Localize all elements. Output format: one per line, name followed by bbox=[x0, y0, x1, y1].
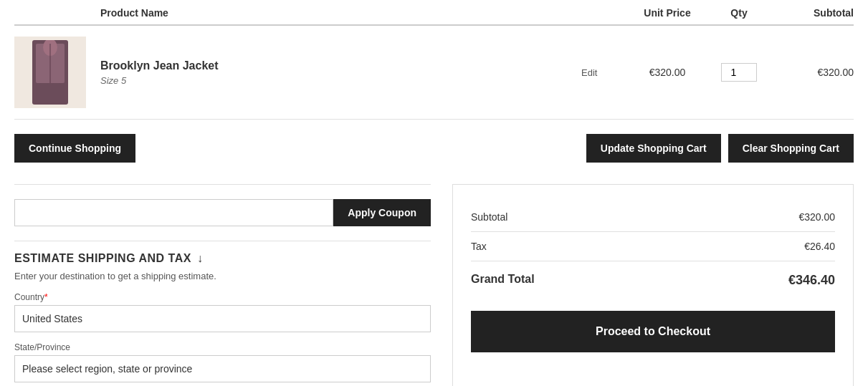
apply-coupon-button[interactable]: Apply Coupon bbox=[333, 199, 431, 226]
subtotal-row: Subtotal €320.00 bbox=[471, 203, 835, 232]
svg-rect-3 bbox=[39, 83, 48, 103]
country-label: Country* bbox=[14, 292, 431, 302]
tax-row: Tax €26.40 bbox=[471, 232, 835, 261]
cart-item-row: Brooklyn Jean Jacket Size 5 Edit €320.00… bbox=[14, 26, 854, 120]
action-buttons-row: Continue Shopping Update Shopping Cart C… bbox=[14, 120, 854, 177]
state-field-group: State/Province Please select region, sta… bbox=[14, 342, 431, 382]
tax-value: €26.40 bbox=[804, 241, 835, 252]
country-select[interactable]: United States Canada United Kingdom bbox=[14, 305, 431, 332]
clear-cart-button[interactable]: Clear Shopping Cart bbox=[728, 134, 854, 163]
header-qty: Qty bbox=[710, 7, 768, 19]
state-select[interactable]: Please select region, state or province bbox=[14, 355, 431, 382]
grand-total-value: €346.40 bbox=[788, 273, 835, 288]
required-indicator: * bbox=[44, 292, 48, 302]
product-image bbox=[14, 37, 86, 108]
down-arrow-icon: ↓ bbox=[197, 252, 204, 265]
product-qty[interactable] bbox=[710, 63, 768, 82]
grand-total-row: Grand Total €346.40 bbox=[471, 261, 835, 296]
subtotal-value: €320.00 bbox=[798, 211, 835, 223]
left-panel: Apply Coupon ESTIMATE SHIPPING AND TAX ↓… bbox=[14, 184, 431, 386]
cart-table-header: Product Name Unit Price Qty Subtotal bbox=[14, 7, 854, 26]
header-subtotal: Subtotal bbox=[768, 7, 854, 19]
product-unit-price: €320.00 bbox=[624, 67, 710, 78]
product-subtotal: €320.00 bbox=[768, 67, 854, 78]
estimate-shipping-section: ESTIMATE SHIPPING AND TAX ↓ Enter your d… bbox=[14, 241, 431, 386]
grand-total-label: Grand Total bbox=[471, 273, 535, 288]
estimate-description: Enter your destination to get a shipping… bbox=[14, 271, 431, 281]
header-unit-price: Unit Price bbox=[624, 7, 710, 19]
cart-action-buttons: Update Shopping Cart Clear Shopping Cart bbox=[586, 134, 854, 163]
order-summary-panel: Subtotal €320.00 Tax €26.40 Grand Total … bbox=[452, 184, 854, 386]
update-cart-button[interactable]: Update Shopping Cart bbox=[586, 134, 721, 163]
subtotal-label: Subtotal bbox=[471, 211, 507, 223]
state-label: State/Province bbox=[14, 342, 431, 352]
coupon-input[interactable] bbox=[14, 199, 333, 226]
tax-label: Tax bbox=[471, 241, 487, 252]
product-info: Brooklyn Jean Jacket Size 5 bbox=[100, 59, 581, 86]
product-edit-link[interactable]: Edit bbox=[581, 67, 624, 78]
qty-input[interactable] bbox=[721, 63, 757, 82]
header-product: Product Name bbox=[14, 7, 624, 19]
main-content: Apply Coupon ESTIMATE SHIPPING AND TAX ↓… bbox=[14, 177, 854, 386]
country-field-group: Country* United States Canada United Kin… bbox=[14, 292, 431, 332]
product-name: Brooklyn Jean Jacket bbox=[100, 59, 581, 72]
svg-rect-4 bbox=[52, 83, 61, 103]
estimate-title: ESTIMATE SHIPPING AND TAX ↓ bbox=[14, 252, 431, 265]
product-size: Size 5 bbox=[100, 75, 581, 86]
proceed-to-checkout-button[interactable]: Proceed to Checkout bbox=[471, 311, 835, 352]
coupon-row: Apply Coupon bbox=[14, 184, 431, 226]
continue-shopping-button[interactable]: Continue Shopping bbox=[14, 134, 135, 163]
